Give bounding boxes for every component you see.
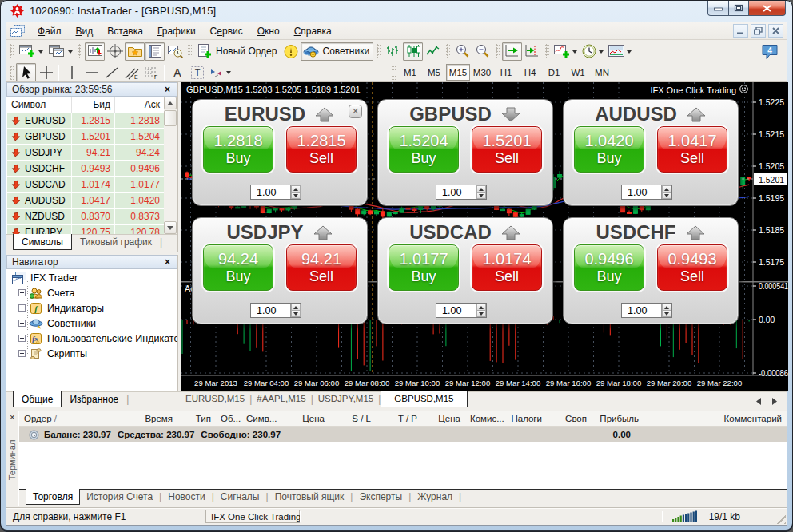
buy-button-eurusd[interactable]: 1.2818Buy [203, 126, 273, 173]
toolbar-button-new-order[interactable]: Новый Ордер [194, 42, 281, 61]
toolbar-button-fibo[interactable]: F [141, 63, 161, 81]
toolbar-button-chart-bars[interactable] [383, 42, 403, 61]
volume-down-button[interactable] [476, 192, 486, 199]
volume-up-button[interactable] [291, 304, 301, 310]
market-watch-row-eurjpy[interactable]: EURJPY120.75120.78 [7, 225, 164, 234]
terminal-column-7[interactable]: S / L [329, 414, 376, 423]
tree-expand-icon[interactable] [18, 350, 26, 357]
timeframe-button-mn[interactable]: MN [590, 64, 614, 81]
market-watch-row-audusd[interactable]: AUDUSD1.04171.0420 [7, 193, 164, 209]
tree-expand-icon[interactable] [18, 289, 26, 296]
buy-button-audusd[interactable]: 1.0420Buy [574, 126, 644, 173]
chart-tab-eurusd-m15[interactable]: EURUSD,M15 [181, 392, 249, 408]
market-watch-tab-2[interactable]: Тиковый график [72, 235, 160, 251]
market-watch-row-eurusd[interactable]: EURUSD1.28151.2818 [7, 113, 164, 129]
toolbar-button-zoom-in[interactable] [452, 42, 472, 61]
menu-4[interactable]: Графики [150, 23, 203, 39]
terminal-tab-5[interactable]: Почтовый ящик [269, 490, 351, 506]
terminal-column-13[interactable]: Прибыль [592, 414, 644, 423]
terminal-tab-4[interactable]: Сигналы [214, 490, 266, 506]
toolbar-button-profiles[interactable] [46, 42, 75, 61]
navigator-tab-2[interactable]: Избранное [62, 392, 126, 408]
tree-root-ifx-trader[interactable]: IFX Trader [7, 270, 177, 285]
toolbar-button-crosshair[interactable] [36, 63, 56, 81]
buy-button-usdjpy[interactable]: 94.24Buy [203, 244, 273, 291]
toolbar-button-new-chart[interactable] [16, 42, 46, 61]
market-watch-tab-1[interactable]: Символы [13, 234, 72, 250]
terminal-column-9[interactable]: Цена [422, 414, 465, 423]
menu-1[interactable]: Файл [30, 23, 69, 39]
volume-up-button[interactable] [476, 185, 486, 192]
terminal-column-1[interactable]: Ордер / [19, 414, 61, 423]
chart-tab--aapl-m15[interactable]: #AAPL,M15 [252, 392, 310, 408]
menu-7[interactable]: Справка [287, 23, 339, 39]
column-header-ask[interactable]: Аск [115, 97, 164, 113]
terminal-tab-6[interactable]: Эксперты [353, 490, 408, 506]
scroll-down-button[interactable] [164, 221, 177, 234]
market-watch-row-usdcad[interactable]: USDCAD1.01741.0177 [7, 177, 164, 193]
toolbar-button-trendline[interactable] [102, 63, 122, 81]
volume-down-button[interactable] [476, 310, 486, 317]
volume-value[interactable]: 1.00 [436, 185, 476, 199]
menu-2[interactable]: Вид [69, 23, 101, 39]
market-watch-scrollbar[interactable] [164, 97, 177, 234]
toolbar-button-indicators[interactable] [552, 42, 580, 61]
volume-down-button[interactable] [662, 192, 671, 199]
sell-button-usdcad[interactable]: 1.0174Sell [472, 244, 542, 291]
toolbar-button-auto-scroll[interactable] [502, 42, 522, 61]
timeframe-button-w1[interactable]: W1 [566, 64, 590, 81]
terminal-column-4[interactable]: Об... [216, 414, 241, 423]
toolbar-button-chart-line[interactable] [423, 42, 443, 61]
tree-item-5[interactable]: Скрипты [7, 346, 177, 361]
terminal-column-6[interactable]: Цена [278, 414, 329, 423]
navigator-tab-1[interactable]: Общие [13, 391, 62, 407]
timeframe-button-m5[interactable]: M5 [422, 64, 446, 81]
mdi-restore-button[interactable] [751, 24, 766, 38]
scroll-thumb[interactable] [164, 110, 177, 126]
toolbar-button-strategy-tester[interactable] [165, 42, 185, 61]
toolbar-button-templates[interactable] [606, 42, 634, 61]
timeframe-button-h4[interactable]: H4 [518, 64, 542, 81]
sell-button-audusd[interactable]: 1.0417Sell [657, 126, 727, 173]
timeframe-button-d1[interactable]: D1 [542, 64, 566, 81]
timeframe-button-m30[interactable]: M30 [470, 64, 494, 81]
toolbar-button-cursor[interactable] [16, 63, 36, 81]
terminal-tab-1[interactable]: Торговля [26, 489, 80, 505]
volume-value[interactable]: 1.00 [622, 185, 661, 199]
chart-area[interactable]: 1.52251.52151.52051.51951.51851.51750.00… [181, 82, 788, 391]
mdi-minimize-button[interactable] [733, 24, 748, 38]
timeframe-button-h1[interactable]: H1 [494, 64, 518, 81]
tree-item-2[interactable]: fИндикаторы [7, 300, 177, 316]
sell-button-usdjpy[interactable]: 94.21Sell [286, 244, 357, 291]
toolbar-button-chart-candles[interactable] [403, 42, 423, 61]
toolbar-button-data-window[interactable] [105, 42, 125, 61]
chart-tab-gbpusd-m15[interactable]: GBPUSD,M15 [381, 391, 467, 407]
tree-expand-icon[interactable] [18, 335, 26, 342]
terminal-column-5[interactable]: Симв... [241, 414, 278, 423]
tab-scroll-right-icon[interactable] [772, 396, 777, 407]
terminal-column-3[interactable]: Тип [177, 414, 216, 423]
navigator-close-button[interactable]: × [163, 258, 172, 266]
terminal-column-2[interactable]: Время [61, 414, 177, 423]
column-header-bid[interactable]: Бид [72, 97, 115, 113]
terminal-column-11[interactable]: Налоги [505, 414, 547, 423]
sell-button-usdchf[interactable]: 0.9493Sell [657, 244, 727, 291]
chart-tab-usdjpy-m15[interactable]: USDJPY,M15 [313, 392, 378, 408]
market-watch-row-usdjpy[interactable]: USDJPY94.2194.24 [7, 145, 164, 161]
window-close-button[interactable] [748, 1, 786, 16]
buy-button-usdchf[interactable]: 0.9496Buy [574, 244, 644, 291]
terminal-column-12[interactable]: Своп [547, 414, 592, 423]
tree-item-1[interactable]: Счета [7, 285, 177, 300]
terminal-close-button[interactable]: × [10, 412, 14, 422]
mdi-close-button[interactable] [768, 24, 783, 38]
terminal-column-10[interactable]: Комис... [465, 414, 505, 423]
window-restore-button[interactable] [728, 1, 749, 16]
terminal-balance-row[interactable]: Баланс: 230.97Средства: 230.97Свободно: … [19, 427, 787, 442]
scroll-up-button[interactable] [164, 97, 177, 109]
volume-value[interactable]: 1.00 [251, 304, 290, 317]
toolbar-button-chart-shift[interactable] [522, 42, 542, 61]
market-watch-row-usdchf[interactable]: USDCHF0.94930.9496 [7, 161, 164, 177]
volume-up-button[interactable] [662, 304, 671, 310]
toolbar-button-channel[interactable]: E [122, 63, 141, 81]
terminal-tab-3[interactable]: Новости [161, 490, 211, 506]
